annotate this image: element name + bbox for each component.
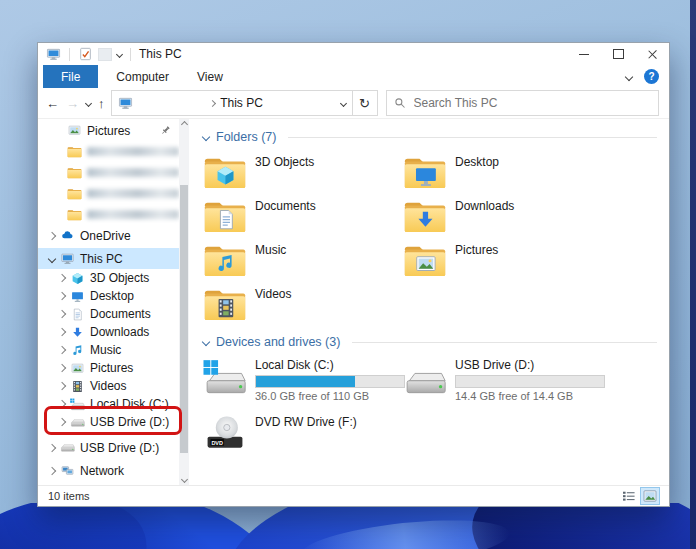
breadcrumb[interactable]: This PC	[220, 96, 263, 110]
tile-music[interactable]: Music	[203, 241, 403, 285]
free-space-text: 14.4 GB free of 14.4 GB	[455, 390, 605, 402]
tab-file[interactable]: File	[43, 65, 98, 88]
chevron-right-icon[interactable]	[48, 443, 56, 451]
sidebar-item-downloads[interactable]: Downloads	[38, 323, 179, 341]
recent-locations-chevron-icon[interactable]	[85, 99, 92, 106]
content-pane: Folders (7) 3D Objects Desktop	[189, 119, 669, 485]
sidebar-item-pictures-pinned[interactable]: Pictures	[38, 120, 179, 141]
desktop-icon	[70, 290, 85, 303]
minimize-button[interactable]	[567, 43, 601, 65]
chevron-right-icon[interactable]	[58, 400, 66, 408]
drive-label: DVD RW Drive (F:)	[255, 415, 357, 429]
music-icon	[70, 344, 85, 357]
sidebar-item-network[interactable]: Network	[38, 460, 179, 481]
help-icon[interactable]: ?	[644, 69, 659, 84]
sidebar-item-documents[interactable]: Documents	[38, 305, 179, 323]
sidebar-item-pictures[interactable]: Pictures	[38, 359, 179, 377]
expand-ribbon-chevron-icon[interactable]	[625, 72, 633, 80]
collapse-group-chevron-icon[interactable]	[202, 133, 210, 141]
chevron-right-icon[interactable]	[58, 292, 66, 300]
sidebar-item-3d-objects[interactable]: 3D Objects	[38, 269, 179, 287]
pictures-icon	[67, 124, 82, 137]
close-button[interactable]	[635, 43, 669, 65]
ribbon-right: ?	[626, 65, 669, 88]
sidebar-item-desktop[interactable]: Desktop	[38, 287, 179, 305]
minimize-icon	[579, 54, 589, 55]
tile-desktop[interactable]: Desktop	[403, 153, 603, 197]
tile-documents[interactable]: Documents	[203, 197, 403, 241]
sidebar-item-onedrive[interactable]: OneDrive	[38, 225, 179, 246]
sidebar-item-usb-drive-d[interactable]: USB Drive (D:)	[38, 413, 179, 431]
sidebar-item-this-pc[interactable]: This PC	[38, 248, 179, 269]
chevron-right-icon[interactable]	[58, 274, 66, 282]
sidebar-scrollbar[interactable]	[179, 119, 189, 485]
up-button[interactable]: ↑	[98, 96, 105, 111]
tab-computer[interactable]: Computer	[102, 65, 183, 88]
maximize-button[interactable]	[601, 43, 635, 65]
address-bar-row: ← → ↑ This PC ↻	[38, 88, 669, 119]
sidebar-item-redacted[interactable]	[38, 162, 179, 183]
tile-local-disk-c[interactable]: Local Disk (C:) 36.0 GB free of 110 GB	[203, 358, 403, 413]
pin-icon	[160, 125, 171, 136]
chevron-down-icon[interactable]	[48, 254, 56, 262]
refresh-button[interactable]: ↻	[353, 90, 378, 116]
group-header-folders[interactable]: Folders (7)	[203, 130, 657, 144]
sidebar-item-redacted[interactable]	[38, 204, 179, 225]
sidebar-item-redacted[interactable]	[38, 183, 179, 204]
redacted-label	[87, 210, 179, 219]
scroll-up-icon[interactable]	[180, 121, 187, 128]
search-box[interactable]	[386, 90, 660, 116]
chevron-right-icon[interactable]	[58, 310, 66, 318]
chevron-right-icon[interactable]	[48, 231, 56, 239]
sidebar-item-usb-drive-d-root[interactable]: USB Drive (D:)	[38, 437, 179, 458]
tile-3d-objects[interactable]: 3D Objects	[203, 153, 403, 197]
drive-label: USB Drive (D:)	[455, 358, 605, 372]
title-bar[interactable]: This PC	[38, 43, 669, 65]
chevron-right-icon[interactable]	[58, 382, 66, 390]
search-input[interactable]	[412, 95, 652, 111]
chevron-right-icon[interactable]	[58, 364, 66, 372]
chevron-right-icon[interactable]	[48, 466, 56, 474]
network-icon	[60, 464, 75, 477]
sidebar-item-label: Desktop	[90, 289, 134, 303]
new-folder-icon	[98, 48, 112, 61]
tile-downloads[interactable]: Downloads	[403, 197, 603, 241]
redacted-label	[87, 168, 179, 177]
sidebar-item-videos[interactable]: Videos	[38, 377, 179, 395]
chevron-right-icon[interactable]	[58, 328, 66, 336]
collapse-group-chevron-icon[interactable]	[202, 338, 210, 346]
scrollbar-thumb[interactable]	[180, 185, 188, 453]
sidebar-item-local-disk-c[interactable]: Local Disk (C:)	[38, 395, 179, 413]
address-box[interactable]: This PC	[111, 90, 353, 116]
divider	[69, 48, 70, 61]
this-pc-icon	[118, 96, 133, 110]
tile-dvd-rw-drive-f[interactable]: DVD DVD RW Drive (F:)	[203, 413, 403, 468]
tab-view[interactable]: View	[183, 65, 237, 88]
chevron-right-icon[interactable]	[58, 418, 66, 426]
group-title: Folders (7)	[216, 130, 276, 144]
music-folder-icon	[203, 241, 247, 278]
tile-pictures[interactable]: Pictures	[403, 241, 603, 285]
back-button[interactable]: ←	[46, 96, 59, 111]
explorer-window: This PC File Computer View ? ← → ↑	[37, 42, 670, 507]
videos-icon	[70, 380, 85, 393]
sidebar-item-music[interactable]: Music	[38, 341, 179, 359]
chevron-right-icon[interactable]	[58, 346, 66, 354]
details-view-button[interactable]	[620, 488, 638, 504]
sidebar-item-label: Pictures	[87, 124, 130, 138]
properties-icon[interactable]	[78, 47, 93, 61]
drives-grid: Local Disk (C:) 36.0 GB free of 110 GB U…	[203, 358, 657, 468]
sidebar-item-redacted[interactable]	[38, 141, 179, 162]
group-header-devices[interactable]: Devices and drives (3)	[203, 335, 657, 349]
capacity-bar	[255, 375, 405, 388]
status-bar: 10 items	[38, 485, 669, 506]
thumbnail-view-button[interactable]	[641, 488, 659, 504]
tile-videos[interactable]: Videos	[203, 285, 403, 329]
group-title: Devices and drives (3)	[216, 335, 340, 349]
tile-label: Desktop	[455, 155, 499, 169]
customize-quick-access-chevron-icon[interactable]	[116, 50, 123, 57]
this-pc-icon	[60, 252, 75, 265]
scroll-down-icon[interactable]	[180, 476, 187, 483]
address-dropdown-chevron-icon[interactable]	[339, 99, 346, 106]
tile-usb-drive-d[interactable]: USB Drive (D:) 14.4 GB free of 14.4 GB	[403, 358, 643, 413]
